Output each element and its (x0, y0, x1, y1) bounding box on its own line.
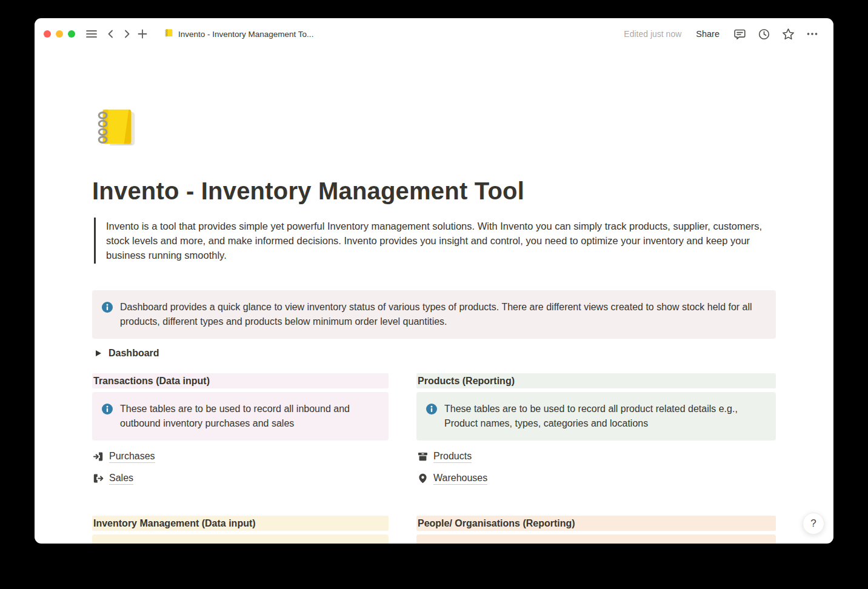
warehouses-link-label: Warehouses (433, 471, 487, 485)
products-header: Products (Reporting) (416, 373, 776, 388)
more-options-icon[interactable] (804, 26, 820, 42)
info-icon (426, 404, 437, 431)
products-link-label: Products (433, 450, 472, 463)
page-icon-ledger-emoji[interactable] (92, 104, 139, 151)
app-window: Invento - Inventory Management To... Edi… (35, 18, 833, 544)
info-icon (102, 404, 113, 431)
forward-icon[interactable] (119, 26, 135, 42)
products-callout: These tables are to be used to record al… (416, 392, 776, 441)
edited-status: Edited just now (624, 29, 681, 39)
purchases-page-link[interactable]: Purchases (92, 447, 389, 465)
products-callout-text: These tables are to be used to record al… (444, 402, 766, 431)
inventory-management-header: Inventory Management (Data input) (92, 516, 389, 531)
location-pin-icon (418, 473, 428, 484)
comments-icon[interactable] (732, 26, 747, 42)
exit-door-icon (93, 473, 104, 484)
tab-title-label: Invento - Inventory Management To... (178, 30, 313, 39)
people-organisations-section: People/ Organisations (Reporting) These … (416, 516, 776, 544)
products-section: Products (Reporting) These tables are to… (416, 373, 776, 491)
new-tab-icon[interactable] (135, 26, 150, 42)
window-controls (41, 30, 75, 38)
intro-quote: Invento is a tool that provides simple y… (94, 218, 776, 264)
sidebar-menu-icon[interactable] (84, 26, 99, 42)
sales-page-link[interactable]: Sales (92, 469, 389, 487)
inventory-management-section: Inventory Management (Data input) These … (92, 516, 389, 544)
minimize-window-button[interactable] (56, 30, 63, 38)
history-clock-icon[interactable] (756, 26, 772, 42)
info-icon (102, 302, 113, 329)
tab-title[interactable]: Invento - Inventory Management To... (164, 28, 313, 40)
dashboard-toggle-label: Dashboard (109, 348, 159, 359)
dashboard-toggle[interactable]: Dashboard (92, 346, 776, 361)
transactions-callout-text: These tables are to be used to record al… (120, 402, 379, 431)
back-icon[interactable] (103, 26, 119, 42)
help-button[interactable]: ? (803, 513, 824, 534)
people-organisations-header: People/ Organisations (Reporting) (416, 516, 776, 531)
close-window-button[interactable] (44, 30, 51, 38)
transactions-header: Transactions (Data input) (92, 373, 389, 388)
dashboard-callout: Dashboard provides a quick glance to vie… (92, 290, 776, 339)
inventory-management-callout: These tables are to be used to record al… (92, 534, 389, 544)
enter-door-icon (93, 451, 104, 462)
products-page-link[interactable]: Products (416, 447, 776, 465)
dashboard-callout-text: Dashboard provides a quick glance to vie… (120, 300, 766, 329)
people-organisations-callout: These tables are to be used to record de… (416, 534, 776, 544)
favorite-star-icon[interactable] (780, 26, 796, 42)
zoom-window-button[interactable] (68, 30, 75, 38)
purchases-link-label: Purchases (109, 450, 155, 463)
sales-link-label: Sales (109, 471, 133, 485)
page-title[interactable]: Invento - Inventory Management Tool (92, 178, 776, 205)
share-button[interactable]: Share (696, 29, 719, 39)
warehouses-page-link[interactable]: Warehouses (416, 469, 776, 487)
ledger-emoji-icon (164, 28, 174, 40)
archive-box-icon (418, 451, 428, 462)
titlebar: Invento - Inventory Management To... Edi… (35, 18, 833, 50)
toggle-triangle-icon (96, 350, 101, 356)
transactions-callout: These tables are to be used to record al… (92, 392, 389, 441)
transactions-section: Transactions (Data input) These tables a… (92, 373, 389, 491)
